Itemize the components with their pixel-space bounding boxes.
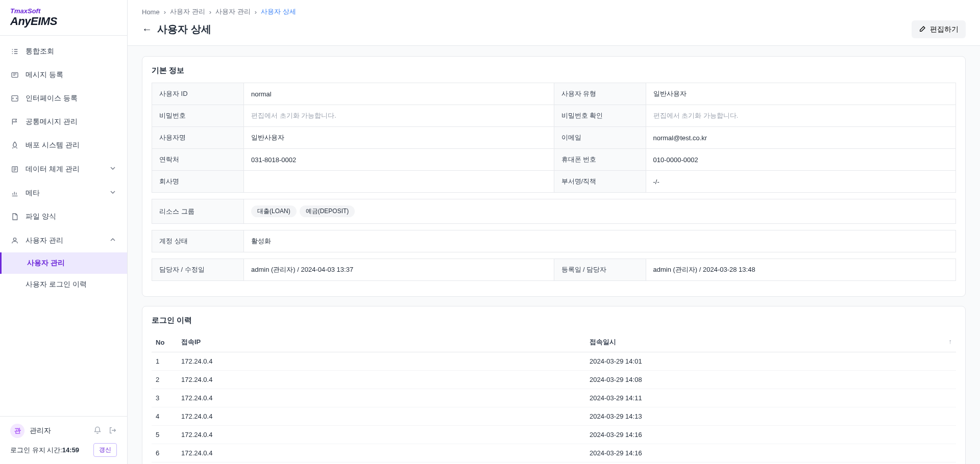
audit-table: 담당자 / 수정일admin (관리자) / 2024-04-03 13:37등…	[152, 259, 956, 281]
list-icon	[10, 47, 19, 56]
nav-item[interactable]: 메타	[0, 181, 127, 205]
info-value: 편집에서 초기화 가능합니다.	[244, 105, 554, 127]
info-label: 휴대폰 번호	[554, 149, 646, 171]
logo[interactable]: TmaxSoft AnyEIMS	[0, 0, 127, 36]
edit-button[interactable]: 편집하기	[912, 20, 966, 38]
info-label: 회사명	[152, 171, 244, 193]
book-icon	[10, 165, 19, 174]
breadcrumb-item[interactable]: Home	[142, 8, 160, 16]
cell-dt: 2024-03-29 14:16	[585, 444, 956, 462]
basic-info-panel: 기본 정보 사용자 IDnormal사용자 유형일반사용자비밀번호편집에서 초기…	[142, 56, 966, 297]
refresh-button[interactable]: 갱신	[93, 443, 117, 457]
table-row[interactable]: 2172.24.0.42024-03-29 14:08	[152, 371, 956, 389]
breadcrumb-item[interactable]: 사용자 관리	[215, 7, 251, 16]
info-value: admin (관리자) / 2024-03-28 13:48	[646, 259, 956, 281]
cell-no: 3	[152, 389, 177, 407]
table-row[interactable]: 3172.24.0.42024-03-29 14:11	[152, 389, 956, 407]
cell-dt: 2024-03-29 14:13	[585, 407, 956, 426]
nav-item-label: 사용자 관리	[26, 236, 63, 245]
col-dt-header[interactable]: 접속일시 ↑	[585, 332, 956, 352]
nav-item[interactable]: 배포 시스템 관리	[0, 134, 127, 157]
info-label: 비밀번호	[152, 105, 244, 127]
nav-item[interactable]: 통합조회	[0, 40, 127, 63]
info-value: -/-	[646, 171, 956, 193]
avatar[interactable]: 관	[10, 424, 24, 438]
cell-no: 2	[152, 371, 177, 389]
cell-no: 5	[152, 426, 177, 444]
info-value: 일반사용자	[244, 127, 554, 149]
nav-item-label: 배포 시스템 관리	[26, 141, 80, 150]
table-row[interactable]: 6172.24.0.42024-03-29 14:16	[152, 444, 956, 462]
topbar: Home›사용자 관리›사용자 관리›사용자 상세 ← 사용자 상세 편집하기	[128, 0, 980, 46]
basic-info-title: 기본 정보	[152, 66, 956, 75]
info-label: 이메일	[554, 127, 646, 149]
resource-group-value: 대출(LOAN)예금(DEPOSIT)	[244, 199, 956, 224]
cell-no: 1	[152, 352, 177, 371]
logo-big: AnyEIMS	[10, 15, 117, 28]
chevron-up-icon	[109, 236, 117, 245]
cell-dt: 2024-03-29 14:11	[585, 389, 956, 407]
message-icon	[10, 70, 19, 80]
cell-ip: 172.24.0.4	[177, 462, 585, 465]
col-ip-header[interactable]: 접속IP	[177, 332, 585, 352]
nav-item[interactable]: 사용자 관리	[0, 228, 127, 252]
cell-no: 7	[152, 462, 177, 465]
nav-item[interactable]: 파일 양식	[0, 205, 127, 228]
login-history-panel: 로그인 이력 No 접속IP 접속일시 ↑ 1172.24.0.42024-03…	[142, 306, 966, 464]
breadcrumb-item[interactable]: 사용자 관리	[170, 7, 205, 16]
nav-item-label: 파일 양식	[26, 212, 56, 221]
cell-ip: 172.24.0.4	[177, 407, 585, 426]
login-history-title: 로그인 이력	[152, 316, 956, 325]
chevron-down-icon	[109, 188, 117, 198]
cell-dt: 2024-03-29 14:16	[585, 426, 956, 444]
info-value	[244, 171, 554, 193]
cell-dt: 2024-03-29 14:23	[585, 462, 956, 465]
info-value: 031-8018-0002	[244, 149, 554, 171]
nav-item-label: 공통메시지 관리	[26, 117, 78, 126]
nav-sub-item[interactable]: 사용자 로그인 이력	[0, 274, 127, 295]
bell-icon[interactable]	[93, 426, 102, 436]
chevron-right-icon: ›	[209, 8, 211, 16]
nav-item[interactable]: 인터페이스 등록	[0, 87, 127, 110]
account-status-table: 계정 상태 활성화	[152, 230, 956, 252]
info-label: 담당자 / 수정일	[152, 259, 244, 281]
nav-item[interactable]: 메시지 등록	[0, 63, 127, 87]
table-row[interactable]: 4172.24.0.42024-03-29 14:13	[152, 407, 956, 426]
info-label: 부서명/직책	[554, 171, 646, 193]
sidebar-footer: 관 관리자 로그인 유지 시간:14:59 갱신	[0, 416, 127, 464]
sidebar: TmaxSoft AnyEIMS 통합조회메시지 등록인터페이스 등록공통메시지…	[0, 0, 128, 464]
cell-dt: 2024-03-29 14:08	[585, 371, 956, 389]
col-no-header[interactable]: No	[152, 332, 177, 352]
info-value: 편집에서 초기화 가능합니다.	[646, 105, 956, 127]
table-row[interactable]: 5172.24.0.42024-03-29 14:16	[152, 426, 956, 444]
chart-icon	[10, 189, 19, 198]
back-arrow-icon[interactable]: ←	[142, 23, 152, 35]
cell-no: 4	[152, 407, 177, 426]
chevron-right-icon: ›	[255, 8, 257, 16]
info-label: 사용자 유형	[554, 83, 646, 105]
logout-icon[interactable]	[109, 426, 117, 436]
info-label: 사용자명	[152, 127, 244, 149]
chevron-down-icon	[109, 164, 117, 174]
nav-sub-item[interactable]: 사용자 관리	[0, 252, 127, 274]
cell-ip: 172.24.0.4	[177, 371, 585, 389]
svg-point-3	[13, 238, 16, 240]
nav-item-label: 통합조회	[26, 47, 54, 56]
user-label: 관리자	[30, 426, 51, 435]
nav-item[interactable]: 데이터 체계 관리	[0, 157, 127, 181]
nav-item-label: 메시지 등록	[26, 70, 63, 80]
table-row[interactable]: 1172.24.0.42024-03-29 14:01	[152, 352, 956, 371]
page-title: 사용자 상세	[157, 22, 211, 36]
basic-info-table: 사용자 IDnormal사용자 유형일반사용자비밀번호편집에서 초기화 가능합니…	[152, 83, 956, 193]
sort-asc-icon[interactable]: ↑	[949, 338, 952, 345]
content: 기본 정보 사용자 IDnormal사용자 유형일반사용자비밀번호편집에서 초기…	[128, 46, 980, 464]
resource-tag: 예금(DEPOSIT)	[300, 205, 355, 217]
edit-icon	[919, 24, 927, 34]
chevron-right-icon: ›	[164, 8, 166, 16]
table-row[interactable]: 7172.24.0.42024-03-29 14:23	[152, 462, 956, 465]
rocket-icon	[10, 141, 19, 150]
info-value: normal	[244, 83, 554, 105]
nav-item[interactable]: 공통메시지 관리	[0, 110, 127, 134]
info-value: 일반사용자	[646, 83, 956, 105]
user-icon	[10, 236, 19, 245]
